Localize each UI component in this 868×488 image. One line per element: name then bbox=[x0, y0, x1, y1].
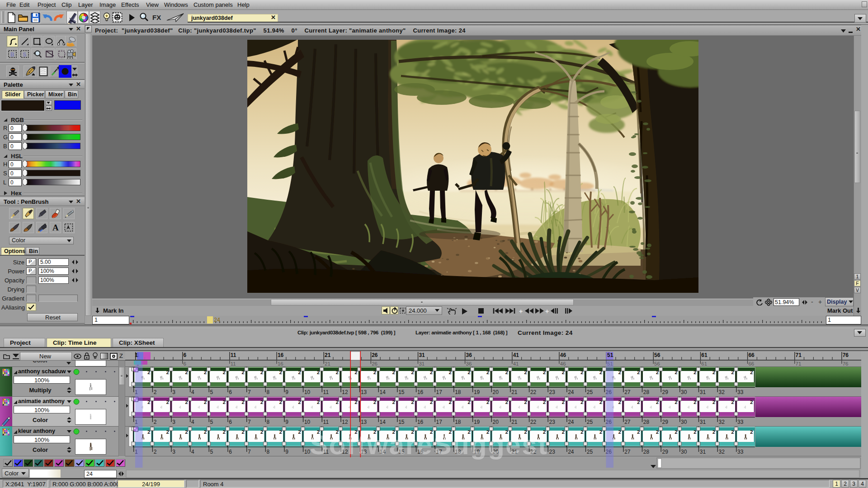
svg-text:71: 71 bbox=[796, 352, 802, 358]
svg-text:2: 2 bbox=[242, 399, 245, 405]
svg-text:12: 12 bbox=[342, 389, 348, 395]
svg-text:4: 4 bbox=[191, 389, 194, 395]
svg-text:2: 2 bbox=[223, 399, 226, 405]
svg-text:10: 10 bbox=[304, 419, 311, 425]
svg-text:5: 5 bbox=[210, 449, 213, 455]
svg-text:24: 24 bbox=[568, 419, 574, 425]
svg-text:2: 2 bbox=[154, 419, 157, 425]
svg-text:10: 10 bbox=[304, 389, 311, 395]
svg-text:76: 76 bbox=[843, 361, 849, 366]
svg-text:51: 51 bbox=[607, 352, 613, 358]
svg-text:2: 2 bbox=[204, 370, 207, 375]
svg-text:46: 46 bbox=[560, 361, 566, 366]
svg-text:28: 28 bbox=[643, 449, 650, 455]
svg-text:12: 12 bbox=[342, 419, 348, 425]
svg-text:2: 2 bbox=[637, 370, 640, 375]
svg-text:2: 2 bbox=[354, 399, 357, 405]
svg-text:2: 2 bbox=[298, 399, 301, 405]
svg-text:2: 2 bbox=[486, 399, 489, 405]
svg-text:SoftwareSuggest: SoftwareSuggest bbox=[310, 430, 548, 460]
svg-text:2: 2 bbox=[411, 399, 414, 405]
svg-text:2: 2 bbox=[712, 370, 715, 375]
svg-text:2: 2 bbox=[750, 399, 753, 405]
svg-text:2: 2 bbox=[154, 449, 157, 455]
svg-text:29: 29 bbox=[662, 449, 669, 455]
svg-text:2: 2 bbox=[373, 399, 376, 405]
svg-text:2: 2 bbox=[675, 399, 678, 405]
svg-text:11: 11 bbox=[231, 361, 236, 366]
svg-text:26: 26 bbox=[372, 352, 378, 358]
svg-text:29: 29 bbox=[662, 419, 669, 425]
svg-text:71: 71 bbox=[796, 361, 802, 366]
svg-text:28: 28 bbox=[643, 419, 650, 425]
svg-text:24: 24 bbox=[568, 389, 574, 395]
svg-text:3: 3 bbox=[172, 389, 175, 395]
svg-text:8: 8 bbox=[267, 449, 270, 455]
svg-text:2: 2 bbox=[166, 429, 169, 435]
svg-text:2: 2 bbox=[656, 399, 659, 405]
svg-text:2: 2 bbox=[618, 429, 621, 435]
svg-text:2: 2 bbox=[411, 370, 414, 375]
svg-text:2: 2 bbox=[242, 370, 245, 375]
svg-text:66: 66 bbox=[748, 361, 754, 366]
svg-text:2: 2 bbox=[712, 429, 715, 435]
svg-text:15: 15 bbox=[398, 389, 405, 395]
svg-text:23: 23 bbox=[549, 419, 556, 425]
svg-text:11: 11 bbox=[323, 389, 329, 395]
svg-text:9: 9 bbox=[285, 389, 288, 395]
svg-text:6: 6 bbox=[184, 352, 187, 358]
svg-text:20: 20 bbox=[493, 389, 499, 395]
svg-text:28: 28 bbox=[643, 389, 650, 395]
svg-text:2: 2 bbox=[449, 399, 452, 405]
svg-text:29: 29 bbox=[662, 389, 669, 395]
svg-text:27: 27 bbox=[624, 389, 631, 395]
svg-text:2: 2 bbox=[675, 429, 678, 435]
svg-text:41: 41 bbox=[513, 352, 519, 358]
svg-text:19: 19 bbox=[474, 389, 480, 395]
svg-text:2: 2 bbox=[505, 370, 508, 375]
svg-text:22: 22 bbox=[530, 419, 537, 425]
svg-text:2: 2 bbox=[599, 370, 602, 375]
svg-text:13: 13 bbox=[361, 389, 367, 395]
svg-text:76: 76 bbox=[843, 352, 849, 358]
svg-text:32: 32 bbox=[719, 419, 725, 425]
svg-text:2: 2 bbox=[204, 399, 207, 405]
svg-text:2: 2 bbox=[524, 399, 527, 405]
svg-text:2: 2 bbox=[260, 370, 263, 375]
svg-text:23: 23 bbox=[549, 449, 556, 455]
svg-text:2: 2 bbox=[618, 399, 621, 405]
svg-text:2: 2 bbox=[336, 399, 339, 405]
svg-text:56: 56 bbox=[654, 361, 660, 366]
svg-text:25: 25 bbox=[587, 419, 593, 425]
svg-text:B: B bbox=[10, 52, 14, 58]
svg-text:16: 16 bbox=[417, 389, 424, 395]
svg-text:2: 2 bbox=[731, 399, 734, 405]
svg-text:7: 7 bbox=[248, 419, 251, 425]
svg-text:2: 2 bbox=[260, 399, 263, 405]
svg-text:2: 2 bbox=[185, 399, 188, 405]
svg-text:25: 25 bbox=[587, 389, 593, 395]
svg-text:2: 2 bbox=[656, 429, 659, 435]
svg-text:26: 26 bbox=[372, 361, 377, 366]
svg-text:31: 31 bbox=[700, 389, 706, 395]
svg-text:2: 2 bbox=[279, 370, 282, 375]
svg-text:7: 7 bbox=[248, 389, 251, 395]
svg-text:31: 31 bbox=[419, 361, 425, 366]
svg-text:8: 8 bbox=[267, 419, 270, 425]
svg-text:41: 41 bbox=[513, 361, 519, 366]
svg-text:33: 33 bbox=[737, 419, 744, 425]
svg-text:46: 46 bbox=[560, 352, 566, 358]
svg-text:30: 30 bbox=[681, 449, 687, 455]
svg-text:2: 2 bbox=[166, 370, 169, 375]
svg-text:2: 2 bbox=[599, 429, 602, 435]
svg-text:32: 32 bbox=[719, 389, 725, 395]
svg-text:2: 2 bbox=[298, 429, 301, 435]
svg-text:2: 2 bbox=[279, 429, 282, 435]
svg-text:21: 21 bbox=[325, 352, 331, 358]
svg-text:2: 2 bbox=[166, 399, 169, 405]
svg-text:2: 2 bbox=[392, 370, 395, 375]
svg-text:15: 15 bbox=[398, 419, 405, 425]
svg-text:2: 2 bbox=[373, 370, 376, 375]
svg-text:6: 6 bbox=[229, 419, 232, 425]
svg-text:2: 2 bbox=[185, 370, 188, 375]
